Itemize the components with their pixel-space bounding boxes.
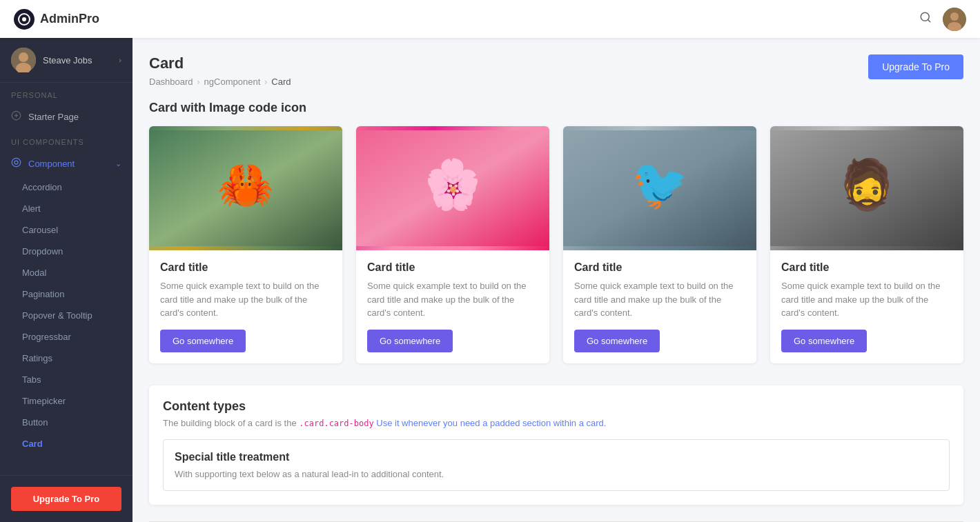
sidebar-subitem-timepicker[interactable]: Timepicker [0, 390, 133, 412]
sidebar-subitem-tabs[interactable]: Tabs [0, 369, 133, 390]
sidebar-subitem-ratings-label: Ratings [22, 353, 52, 363]
sidebar-subitem-timepicker-label: Timepicker [22, 396, 66, 406]
sidebar-item-starter-page[interactable]: Starter Page [0, 103, 133, 130]
card-2-body: Card title Some quick example text to bu… [356, 250, 549, 363]
card-4-body: Card title Some quick example text to bu… [770, 250, 963, 363]
svg-point-1 [22, 17, 26, 21]
sidebar-footer: Upgrade To Pro [0, 475, 133, 522]
page-title: Card [149, 54, 291, 72]
sidebar-subitem-button[interactable]: Button [0, 412, 133, 433]
sidebar-subitem-carousel[interactable]: Carousel [0, 219, 133, 241]
sidebar-user[interactable]: Steave Jobs › [0, 38, 133, 83]
card-3-text: Some quick example text to build on the … [574, 279, 745, 320]
content-box: Special title treatment With supporting … [163, 439, 950, 491]
content-types-desc-prefix: The building block of a card is the [163, 418, 299, 428]
home-icon [11, 110, 21, 123]
sidebar-user-name: Steave Jobs [43, 55, 112, 66]
svg-point-5 [950, 12, 959, 21]
content-types-desc-suffix: Use it whenever you need a padded sectio… [374, 418, 607, 428]
sidebar-upgrade-button[interactable]: Upgrade To Pro [11, 487, 121, 511]
sidebar-submenu: Accordion Alert Carousel Dropdown Modal … [0, 177, 133, 454]
sidebar-starter-label: Starter Page [28, 112, 121, 122]
svg-rect-21 [770, 130, 963, 246]
sidebar-personal-label: Personal [0, 83, 133, 103]
content-types-code: .card.card-body [299, 419, 373, 428]
card-2-title: Card title [367, 261, 538, 274]
sidebar-subitem-alert[interactable]: Alert [0, 198, 133, 219]
card-4-button[interactable]: Go somewhere [781, 330, 867, 352]
sidebar-subitem-popover-label: Popover & Tooltip [22, 310, 92, 321]
page-header: Card Dashboard › ngComponent › Card Upgr… [149, 54, 963, 87]
card-4: 🧔 Card title Some quick example text to … [770, 126, 963, 363]
sidebar-user-avatar [11, 48, 36, 72]
card-3: 🐦 Card title Some quick example text to … [563, 126, 756, 363]
card-1-image: 🦀 [149, 126, 342, 250]
breadcrumb-dashboard[interactable]: Dashboard [149, 77, 193, 87]
component-icon [11, 157, 21, 170]
brand-logo [14, 9, 35, 30]
sidebar-subitem-modal-label: Modal [22, 268, 46, 278]
card-1-body: Card title Some quick example text to bu… [149, 250, 342, 363]
card-section-title: Card with Image code icon [149, 101, 963, 115]
sidebar-subitem-pagination-label: Pagination [22, 289, 64, 299]
sidebar-subitem-popover[interactable]: Popover & Tooltip [0, 305, 133, 326]
svg-text:🌸: 🌸 [424, 156, 481, 210]
content-types-title: Content types [163, 399, 950, 414]
content-types-section: Content types The building block of a ca… [149, 385, 963, 505]
card-1: 🦀 Card title Some quick example text to … [149, 126, 342, 363]
sidebar-component-arrow-icon: ⌄ [115, 159, 121, 168]
upgrade-to-pro-button[interactable]: Upgrade To Pro [868, 54, 963, 79]
sidebar-subitem-accordion[interactable]: Accordion [0, 177, 133, 198]
card-3-title: Card title [574, 261, 745, 274]
svg-rect-15 [149, 130, 342, 246]
breadcrumb-sep-1: › [197, 77, 200, 87]
card-1-text: Some quick example text to build on the … [160, 279, 331, 320]
sidebar-subitem-progressbar-label: Progressbar [22, 332, 71, 342]
main-content: Card Dashboard › ngComponent › Card Upgr… [133, 38, 980, 522]
sidebar-subitem-progressbar[interactable]: Progressbar [0, 326, 133, 348]
navbar-icons [919, 8, 966, 31]
sidebar-item-component[interactable]: Component ⌄ [0, 150, 133, 177]
card-1-button[interactable]: Go somewhere [160, 330, 246, 352]
avatar[interactable] [943, 8, 966, 31]
sidebar-subitem-accordion-label: Accordion [22, 182, 62, 192]
card-2-button[interactable]: Go somewhere [367, 330, 453, 352]
breadcrumb-ngcomponent[interactable]: ngComponent [204, 77, 261, 87]
cards-grid: 🦀 Card title Some quick example text to … [149, 126, 963, 363]
breadcrumb: Dashboard › ngComponent › Card [149, 77, 291, 87]
sidebar-subitem-modal[interactable]: Modal [0, 262, 133, 283]
svg-point-14 [14, 161, 18, 164]
svg-point-8 [19, 52, 28, 62]
sidebar-subitem-pagination[interactable]: Pagination [0, 283, 133, 305]
sidebar-subitem-dropdown-label: Dropdown [22, 246, 63, 257]
breadcrumb-sep-2: › [264, 77, 267, 87]
card-2: 🌸 Card title Some quick example text to … [356, 126, 549, 363]
sidebar-subitem-alert-label: Alert [22, 203, 41, 214]
svg-line-3 [928, 19, 930, 21]
breadcrumb-card: Card [271, 77, 291, 87]
card-4-image: 🧔 [770, 126, 963, 250]
navbar: AdminPro [0, 0, 980, 38]
sidebar-ui-label: UI Components [0, 130, 133, 150]
card-4-text: Some quick example text to build on the … [781, 279, 952, 320]
sidebar-component-label: Component [28, 159, 108, 169]
sidebar-subitem-card[interactable]: Card [0, 433, 133, 454]
content-types-desc: The building block of a card is the .car… [163, 418, 950, 428]
brand: AdminPro [14, 9, 99, 30]
sidebar-subitem-dropdown[interactable]: Dropdown [0, 241, 133, 262]
card-3-body: Card title Some quick example text to bu… [563, 250, 756, 363]
card-3-button[interactable]: Go somewhere [574, 330, 660, 352]
sidebar-subitem-card-label: Card [22, 439, 43, 449]
search-icon[interactable] [919, 11, 932, 27]
sidebar: Steave Jobs › Personal Starter Page UI C… [0, 38, 133, 522]
svg-text:🐦: 🐦 [631, 156, 688, 210]
sidebar-subitem-button-label: Button [22, 417, 48, 428]
content-box-title: Special title treatment [175, 451, 938, 463]
card-2-image: 🌸 [356, 126, 549, 250]
content-box-text: With supporting text below as a natural … [175, 469, 938, 479]
brand-name: AdminPro [40, 12, 99, 26]
card-2-text: Some quick example text to build on the … [367, 279, 538, 320]
svg-rect-17 [356, 130, 549, 246]
card-4-title: Card title [781, 261, 952, 274]
sidebar-subitem-ratings[interactable]: Ratings [0, 348, 133, 369]
